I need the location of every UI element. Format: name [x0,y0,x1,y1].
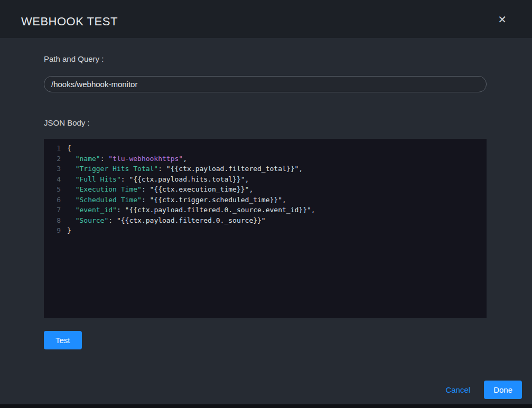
modal-title: WEBHOOK TEST [21,15,118,29]
line-number: 8 [49,215,61,226]
code-text: "Execution Time": "{{ctx.execution_time}… [67,184,253,195]
code-line: 1{ [49,143,487,154]
test-button[interactable]: Test [44,331,82,349]
done-button[interactable]: Done [484,381,522,399]
modal-header: WEBHOOK TEST ✕ [0,0,532,38]
code-text: "name": "tlu-webhookhttps", [67,154,187,164]
webhook-test-modal: WEBHOOK TEST ✕ Path and Query : JSON Bod… [0,0,532,408]
code-text: "Source": "{{ctx.payload.filtered.0._sou… [67,215,266,226]
line-number: 2 [49,154,61,164]
bottom-strip [0,404,532,408]
code-line: 7 "event_id": "{{ctx.payload.filtered.0.… [49,205,487,215]
cancel-button[interactable]: Cancel [445,385,470,394]
line-number: 4 [49,174,61,185]
line-number: 9 [49,225,61,236]
code-line: 5 "Execution Time": "{{ctx.execution_tim… [49,184,487,195]
line-number: 7 [49,205,61,215]
json-body-label: JSON Body : [44,118,487,127]
code-text: } [67,225,71,236]
path-and-query-label: Path and Query : [44,54,487,63]
code-text: "Trigger Hits Total": "{{ctx.payload.fil… [67,164,303,174]
modal-body: Path and Query : JSON Body : 1{2 "name":… [0,38,532,375]
close-icon[interactable]: ✕ [496,12,509,27]
code-text: "Full Hits": "{{ctx.payload.hits.total}}… [67,174,249,185]
json-editor-lines: 1{2 "name": "tlu-webhookhttps",3 "Trigge… [49,143,487,236]
line-number: 5 [49,184,61,195]
code-line: 8 "Source": "{{ctx.payload.filtered.0._s… [49,215,487,226]
path-and-query-input[interactable] [44,76,487,92]
line-number: 6 [49,195,61,205]
line-number: 3 [49,164,61,174]
code-line: 4 "Full Hits": "{{ctx.payload.hits.total… [49,174,487,185]
code-line: 9} [49,225,487,236]
code-line: 2 "name": "tlu-webhookhttps", [49,154,487,164]
json-body-editor[interactable]: 1{2 "name": "tlu-webhookhttps",3 "Trigge… [44,139,487,318]
code-text: "event_id": "{{ctx.payload.filtered.0._s… [67,205,315,215]
code-line: 3 "Trigger Hits Total": "{{ctx.payload.f… [49,164,487,174]
code-text: { [67,143,71,154]
modal-footer: Cancel Done [0,375,532,404]
line-number: 1 [49,143,61,154]
code-line: 6 "Scheduled Time": "{{ctx.trigger.sched… [49,195,487,205]
code-text: "Scheduled Time": "{{ctx.trigger.schedul… [67,195,286,205]
